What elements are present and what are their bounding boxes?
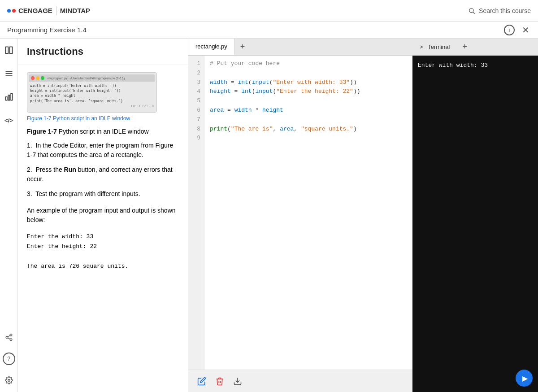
- svg-rect-2: [5, 47, 8, 54]
- cengage-brand-text: CENGAGE: [18, 7, 52, 14]
- figure-status-bar: Ln: 1 Col: 0: [30, 105, 154, 109]
- sidebar-icon-help[interactable]: ?: [3, 353, 15, 365]
- figure-code-line2: height = int(input('Enter with height: '…: [30, 88, 154, 93]
- figure-title-desc: Python script in an IDLE window: [59, 128, 149, 135]
- editor-toolbar: [188, 370, 412, 392]
- terminal-output-line1: Enter with width: 33: [418, 62, 488, 69]
- breadcrumb-bar: Programming Exercise 1.4 i ✕: [0, 22, 538, 39]
- example-line3: [27, 252, 179, 261]
- trash-icon[interactable]: [213, 375, 226, 388]
- svg-point-12: [10, 339, 12, 341]
- sidebar-icons: </> ?: [0, 39, 18, 392]
- search-area[interactable]: Search this course: [468, 7, 531, 14]
- svg-rect-8: [8, 95, 9, 100]
- sidebar-icon-settings[interactable]: [3, 374, 15, 387]
- sidebar-icon-chart[interactable]: [3, 91, 15, 103]
- terminal-area: >_ Terminal + Enter with width: 33 ▶: [412, 39, 538, 392]
- terminal-tab-label: >_ Terminal: [420, 44, 450, 50]
- play-icon: ▶: [522, 374, 528, 383]
- example-description: An example of the program input and outp…: [27, 206, 179, 225]
- run-bold: Run: [64, 166, 76, 173]
- svg-point-0: [469, 8, 473, 12]
- search-label: Search this course: [479, 7, 531, 14]
- sidebar-bottom: ?: [3, 331, 15, 387]
- example-line2: Enter the height: 22: [27, 242, 179, 252]
- figure-caption: Figure 1-7 Python script in an IDLE wind…: [27, 115, 179, 122]
- sidebar-icon-code[interactable]: </>: [3, 114, 15, 126]
- editor-tab-rectangle[interactable]: rectangle.py: [188, 39, 235, 55]
- instructions-content[interactable]: myprogram.py - /Users/lambert/ki/myprogr…: [18, 65, 188, 392]
- sidebar-icon-share[interactable]: [3, 331, 15, 344]
- terminal-tab-add[interactable]: +: [457, 42, 473, 52]
- fig-dot-red: [31, 76, 35, 80]
- main-layout: </> ? Instructions: [0, 39, 538, 392]
- svg-point-15: [8, 379, 10, 382]
- figure-title-bold: Figure 1-7: [27, 128, 57, 135]
- svg-line-1: [473, 12, 475, 14]
- terminal-tab[interactable]: >_ Terminal: [412, 39, 457, 55]
- figure-titlebar: myprogram.py - /Users/lambert/ki/myprogr…: [29, 74, 155, 82]
- fig-dot-green: [41, 76, 44, 80]
- terminal-tabs: >_ Terminal +: [412, 39, 538, 56]
- svg-point-10: [10, 334, 12, 336]
- figure-code-line3: area = width * height: [30, 93, 154, 98]
- logo-dots: [7, 9, 16, 13]
- editor-area: rectangle.py + 123456789 # Put your code…: [188, 39, 412, 392]
- brand-divider: [56, 6, 56, 15]
- fig-dot-yellow: [36, 76, 39, 80]
- example-line4: The area is 726 square units.: [27, 261, 179, 271]
- breadcrumb-title: Programming Exercise 1.4: [7, 26, 87, 34]
- line-numbers: 123456789: [188, 56, 204, 370]
- instructions-list: 1. In the Code Editor, enter the program…: [27, 141, 179, 199]
- figure-title-text: Figure 1-7 Python script in an IDLE wind…: [27, 127, 179, 136]
- instruction-step-1: 1. In the Code Editor, enter the program…: [27, 141, 179, 160]
- code-editor[interactable]: 123456789 # Put your code here width = i…: [188, 56, 412, 370]
- instructions-panel: Instructions myprogram.py - /Users/lambe…: [18, 39, 188, 392]
- figure-image: myprogram.py - /Users/lambert/ki/myprogr…: [27, 72, 157, 113]
- svg-rect-7: [5, 97, 7, 100]
- figure-code-line1: width = int(input('Enter with width: ')): [30, 83, 154, 88]
- svg-point-11: [6, 336, 8, 339]
- svg-line-13: [8, 338, 10, 339]
- download-icon[interactable]: [231, 375, 244, 388]
- search-icon: [468, 7, 475, 14]
- instruction-step-2: 2. Press the Run button, and correct any…: [27, 165, 179, 184]
- brand-area: CENGAGE MINDTAP: [7, 6, 90, 15]
- terminal-footer: ▶: [412, 370, 538, 392]
- code-content[interactable]: # Put your code here width = int(input("…: [204, 56, 412, 370]
- instruction-step-3: 3. Test the program with different input…: [27, 189, 179, 199]
- code-example-block: Enter the width: 33 Enter the height: 22…: [27, 228, 179, 275]
- mindtap-brand-text: MINDTAP: [60, 7, 90, 14]
- editor-tabs: rectangle.py +: [188, 39, 412, 56]
- logo-dot-blue: [7, 9, 11, 13]
- example-line1: Enter the width: 33: [27, 232, 179, 242]
- svg-rect-3: [9, 47, 12, 54]
- editor-tab-label: rectangle.py: [195, 43, 227, 50]
- logo-dot-red: [12, 9, 16, 13]
- sidebar-icon-book[interactable]: [3, 44, 15, 57]
- figure-titlebar-text: myprogram.py - /Users/lambert/ki/myprogr…: [48, 77, 125, 80]
- svg-rect-9: [11, 94, 12, 100]
- terminal-content: Enter with width: 33: [412, 56, 538, 370]
- top-navbar: CENGAGE MINDTAP Search this course: [0, 0, 538, 22]
- run-button[interactable]: ▶: [516, 370, 533, 387]
- edit-icon[interactable]: [195, 375, 208, 388]
- instructions-heading: Instructions: [18, 39, 188, 65]
- svg-line-14: [8, 335, 10, 337]
- close-icon[interactable]: ✕: [520, 25, 531, 35]
- breadcrumb-actions: i ✕: [504, 25, 531, 35]
- info-icon[interactable]: i: [504, 25, 515, 35]
- figure-code-body: width = int(input('Enter with width: '))…: [29, 83, 155, 110]
- sidebar-icon-list[interactable]: [3, 67, 15, 80]
- figure-code-line4: print('The area is', area, 'square units…: [30, 99, 154, 104]
- cengage-logo: CENGAGE: [7, 7, 52, 14]
- editor-tab-add[interactable]: +: [235, 42, 251, 52]
